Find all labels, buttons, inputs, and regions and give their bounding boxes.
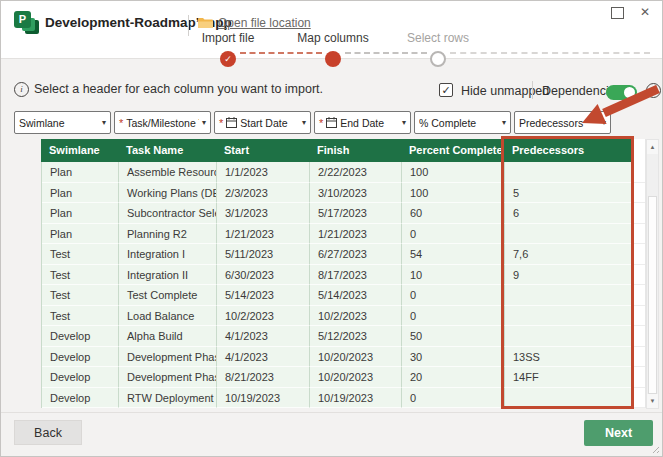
maximize-button[interactable] — [611, 7, 624, 19]
chevron-down-icon: ▾ — [202, 118, 206, 127]
up-arrow-icon: ▲ — [650, 144, 656, 150]
hide-unmapped-label: Hide unmapped — [461, 84, 549, 98]
table-body: PlanAssemble Resources1/1/20232/22/20231… — [41, 162, 632, 408]
chevron-down-icon: ▾ — [102, 118, 106, 127]
table-cell: Development Phase II — [119, 367, 217, 388]
step-circle-icon — [325, 51, 341, 67]
dependencies-toggle[interactable] — [606, 85, 637, 100]
column-mapper-end-date[interactable]: *End Date▾ — [314, 111, 411, 134]
stepper-step-label: Select rows — [383, 31, 493, 45]
column-mapper-predecessors[interactable]: Predecessors▾ — [514, 111, 611, 134]
folder-icon — [198, 17, 213, 29]
hide-unmapped-checkbox[interactable]: ✓ — [439, 83, 453, 97]
table-cell: 5/14/2023 — [310, 285, 402, 306]
column-mapper-swimlane[interactable]: Swimlane▾ — [14, 111, 111, 134]
column-mapper-value: End Date — [340, 117, 399, 129]
step-check-icon: ✓ — [220, 51, 236, 67]
open-file-location-link[interactable]: Open file location — [198, 16, 311, 30]
table-cell: 0 — [402, 285, 505, 306]
chevron-down-icon: ▾ — [502, 118, 506, 127]
table-cell — [505, 306, 632, 327]
table-cell: Test — [42, 285, 119, 306]
required-asterisk-icon: * — [219, 118, 223, 128]
stepper-step-import-file: Import file✓ — [173, 31, 283, 67]
table-cell: Alpha Build — [119, 326, 217, 347]
column-mapper-complete[interactable]: % Complete▾ — [414, 111, 511, 134]
footer-divider — [1, 412, 662, 413]
table-cell: Develop — [42, 388, 119, 409]
table-cell: Test — [42, 306, 119, 327]
vertical-scrollbar[interactable]: ▲ ▼ — [646, 139, 659, 409]
column-header-finish: Finish — [309, 139, 401, 162]
checkmark-icon: ✓ — [441, 84, 450, 96]
column-mapper-task-milestone-title[interactable]: *Task/Milestone Title▾ — [114, 111, 211, 134]
dependencies-info-icon[interactable]: i — [646, 83, 661, 98]
calendar-icon — [226, 117, 237, 128]
column-header-start: Start — [216, 139, 309, 162]
chevron-down-icon: ▾ — [402, 118, 406, 127]
chevron-down-icon: ▾ — [302, 118, 306, 127]
column-header-percent-complete: Percent Complete — [401, 139, 504, 162]
table-cell: 3/10/2023 — [310, 183, 402, 204]
table-cell: 8/17/2023 — [310, 265, 402, 286]
table-cell: 0 — [402, 224, 505, 245]
table-cell: Plan — [42, 203, 119, 224]
table-cell: 5 — [505, 183, 632, 204]
title-bar: P Development-Roadmap’.mpp Open file loc… — [1, 1, 662, 59]
scrollbar-up-button[interactable]: ▲ — [647, 140, 658, 154]
required-asterisk-icon: * — [119, 118, 123, 128]
open-file-location-label: Open file location — [218, 16, 311, 30]
table-cell: 2/22/2023 — [310, 162, 402, 183]
stepper-step-label: Import file — [173, 31, 283, 45]
scrollbar-thumb[interactable] — [648, 196, 657, 394]
table-cell: Integration II — [119, 265, 217, 286]
back-button[interactable]: Back — [14, 420, 82, 445]
table-cell: 100 — [402, 162, 505, 183]
table-cell: 50 — [402, 326, 505, 347]
table-cell: 0 — [402, 306, 505, 327]
column-mapper-value: Start Date — [240, 117, 299, 129]
table-cell: 10/20/2023 — [310, 347, 402, 368]
table-cell: Test Complete — [119, 285, 217, 306]
table-cell: 0 — [402, 388, 505, 409]
table-cell — [505, 326, 632, 347]
table-cell: Subcontractor Selection — [119, 203, 217, 224]
toggle-knob — [624, 87, 635, 98]
column-mapper-start-date[interactable]: *Start Date▾ — [214, 111, 311, 134]
controls-divider — [532, 81, 533, 99]
next-button[interactable]: Next — [584, 420, 653, 446]
table-cell: 20 — [402, 367, 505, 388]
table-cell: Load Balance — [119, 306, 217, 327]
table-cell: RTW Deployment — [119, 388, 217, 409]
stepper-step-label: Map columns — [278, 31, 388, 45]
instruction-text: Select a header for each column you want… — [34, 82, 323, 96]
table-cell: 9 — [505, 265, 632, 286]
table-cell: 5/17/2023 — [310, 203, 402, 224]
column-mapper-value: Task/Milestone Title — [126, 117, 199, 129]
table-cell: 10/2/2023 — [310, 306, 402, 327]
table-cell: 4/1/2023 — [217, 347, 310, 368]
down-arrow-icon: ▼ — [650, 398, 656, 404]
table-cell: Assemble Resources — [119, 162, 217, 183]
table-cell: Plan — [42, 162, 119, 183]
table-cell — [505, 162, 632, 183]
table-cell — [505, 285, 632, 306]
table-cell: Test — [42, 265, 119, 286]
scrollbar-down-button[interactable]: ▼ — [647, 394, 658, 408]
table-cell: Develop — [42, 347, 119, 368]
info-icon: i — [14, 82, 29, 97]
table-cell: Develop — [42, 367, 119, 388]
column-mapper-value: % Complete — [419, 117, 499, 129]
close-button[interactable]: ✕ — [640, 5, 650, 19]
import-wizard-window: P Development-Roadmap’.mpp Open file loc… — [0, 0, 663, 457]
table-cell: Planning R2 — [119, 224, 217, 245]
table-cell: 10/20/2023 — [310, 367, 402, 388]
table-cell: 6/30/2023 — [217, 265, 310, 286]
ms-project-app-icon: P — [14, 11, 39, 34]
table-cell: 2/3/2023 — [217, 183, 310, 204]
table-cell: Integration I — [119, 244, 217, 265]
table-cell: 7,6 — [505, 244, 632, 265]
table-cell: 30 — [402, 347, 505, 368]
table-cell: 5/11/2023 — [217, 244, 310, 265]
table-cell: 6/27/2023 — [310, 244, 402, 265]
